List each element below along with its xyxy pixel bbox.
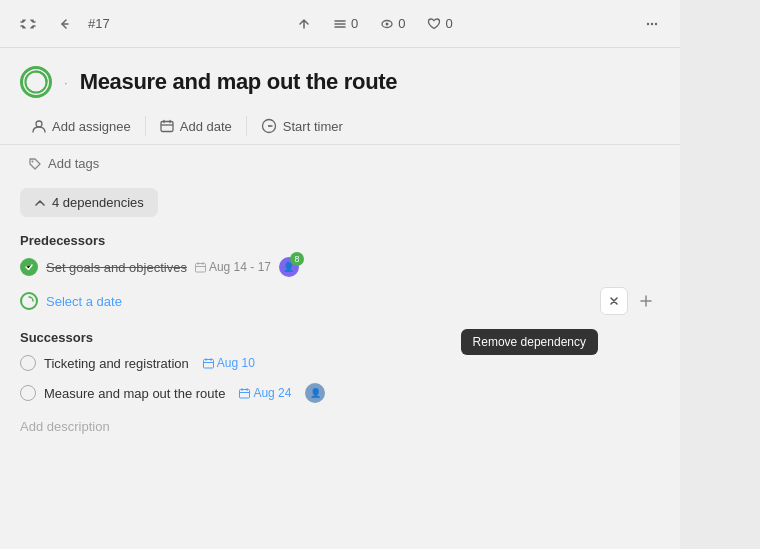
svg-rect-13	[240, 389, 250, 398]
successor-date-2: Aug 24	[239, 386, 291, 400]
add-assignee-button[interactable]: Add assignee	[20, 113, 143, 140]
task-status-circle[interactable]	[20, 66, 52, 98]
tag-icon	[28, 157, 42, 171]
right-panel	[680, 0, 760, 549]
remove-dependency-button[interactable]	[600, 287, 628, 315]
svg-rect-7	[161, 122, 173, 132]
action-divider-1	[145, 116, 146, 136]
remove-dependency-tooltip: Remove dependency	[461, 329, 598, 355]
expand-button[interactable]	[16, 14, 40, 34]
cal-icon-1	[195, 262, 206, 273]
more-button[interactable]	[640, 14, 664, 34]
back-icon	[56, 16, 72, 32]
chevron-up-icon	[34, 197, 46, 209]
timer-icon	[261, 118, 277, 134]
dependencies-toggle[interactable]: 4 dependencies	[20, 188, 158, 217]
status-dropdown-dot[interactable]: ·	[64, 75, 68, 90]
predecessor-text-1: Set goals and objectives	[46, 260, 187, 275]
x-icon	[608, 295, 620, 307]
list-icon	[333, 17, 347, 31]
top-bar-right	[640, 14, 664, 34]
partial-circle-icon	[24, 296, 34, 306]
date-icon	[160, 119, 174, 133]
predecessor-date-1: Aug 14 - 17	[195, 260, 271, 274]
task-id: #17	[88, 16, 110, 31]
add-tags-button[interactable]: Add tags	[20, 151, 107, 176]
svg-point-6	[36, 121, 42, 127]
remove-dep-container: Remove dependency	[600, 287, 628, 315]
partial-icon-2	[20, 292, 38, 310]
succ-icon-2	[20, 385, 36, 401]
eye-icon	[380, 17, 394, 31]
start-timer-button[interactable]: Start timer	[249, 112, 355, 140]
successor-text-1: Ticketing and registration	[44, 356, 189, 371]
cal-icon-2	[203, 358, 214, 369]
action-row: Add assignee Add date Start timer	[0, 108, 680, 145]
heart-count: 0	[445, 16, 452, 31]
assignee-icon	[32, 119, 46, 133]
add-description[interactable]: Add description	[0, 409, 680, 444]
up-button[interactable]	[293, 15, 315, 33]
svg-point-3	[651, 22, 653, 24]
up-icon	[297, 17, 311, 31]
list-count: 0	[351, 16, 358, 31]
task-title: Measure and map out the route	[80, 69, 398, 95]
add-dependency-button[interactable]	[632, 287, 660, 315]
list-button[interactable]: 0	[329, 14, 362, 33]
svg-point-1	[386, 22, 389, 25]
expand-icon	[20, 16, 36, 32]
progress-icon	[23, 66, 49, 98]
tags-row: Add tags	[0, 145, 680, 182]
predecessor-item-2: Select a date Remove dependency	[0, 282, 680, 320]
title-area: · Measure and map out the route	[0, 48, 680, 108]
done-icon-1	[20, 258, 38, 276]
more-icon	[644, 16, 660, 32]
eye-button[interactable]: 0	[376, 14, 409, 33]
svg-rect-12	[203, 359, 213, 368]
svg-rect-11	[195, 263, 205, 272]
heart-icon	[427, 17, 441, 31]
succ-icon-1	[20, 355, 36, 371]
back-button[interactable]	[52, 14, 76, 34]
successor-text-2: Measure and map out the route	[44, 386, 225, 401]
heart-button[interactable]: 0	[423, 14, 456, 33]
successor-avatar-2: 👤	[305, 383, 325, 403]
avatar-badge: 8	[290, 252, 304, 266]
successor-date-1: Aug 10	[203, 356, 255, 370]
predecessor-text-2: Select a date	[46, 294, 122, 309]
top-bar: #17 0 0	[0, 0, 680, 48]
predecessor-avatar-1: 👤 8	[279, 257, 299, 277]
successor-item-2: Measure and map out the route Aug 24 👤	[0, 377, 680, 409]
svg-point-4	[655, 22, 657, 24]
svg-point-9	[268, 125, 270, 127]
eye-count: 0	[398, 16, 405, 31]
checkmark-icon	[24, 262, 34, 272]
add-date-button[interactable]: Add date	[148, 113, 244, 140]
predecessors-title: Predecessors	[0, 223, 680, 252]
top-bar-left: #17	[16, 14, 110, 34]
plus-icon	[639, 294, 653, 308]
predecessor-actions-2: Remove dependency	[600, 287, 660, 315]
top-bar-center: 0 0 0	[293, 14, 457, 33]
svg-point-10	[32, 160, 34, 162]
cal-icon-3	[239, 388, 250, 399]
predecessor-item-1: Set goals and objectives Aug 14 - 17 👤 8	[0, 252, 680, 282]
action-divider-2	[246, 116, 247, 136]
svg-point-2	[647, 22, 649, 24]
